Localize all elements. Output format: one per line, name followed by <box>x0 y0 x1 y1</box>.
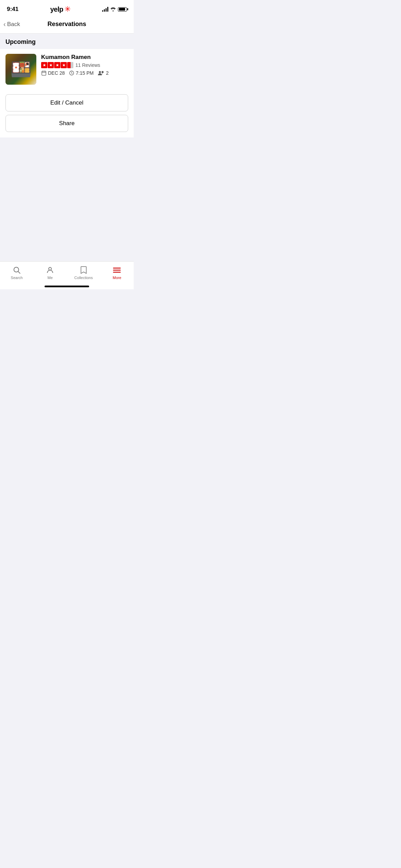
star-half <box>67 62 73 68</box>
edit-cancel-button[interactable]: Edit / Cancel <box>5 94 128 111</box>
people-icon <box>98 70 105 76</box>
restaurant-image <box>5 54 36 85</box>
time-meta: 7:15 PM <box>69 70 94 76</box>
search-icon <box>13 266 21 274</box>
svg-line-8 <box>18 272 20 274</box>
svg-point-7 <box>14 267 19 272</box>
back-button[interactable]: ‹ Back <box>3 20 20 28</box>
collections-icon <box>80 266 87 274</box>
review-count: 11 Reviews <box>75 62 100 68</box>
reservation-meta: DEC 28 7:15 PM 2 <box>41 70 128 76</box>
clock-icon <box>69 70 74 76</box>
tab-more[interactable]: More <box>100 266 134 280</box>
back-arrow-icon: ‹ <box>3 20 6 28</box>
me-icon <box>46 266 54 274</box>
yelp-burst-icon: ✳ <box>64 5 71 14</box>
restaurant-info: Kumamon Ramen ★ ★ ★ ★ 11 Reviews <box>5 54 128 85</box>
rating-row: ★ ★ ★ ★ 11 Reviews <box>41 62 128 68</box>
tab-search[interactable]: Search <box>0 266 34 280</box>
date-value: DEC 28 <box>48 70 65 76</box>
wifi-icon <box>110 7 116 11</box>
restaurant-details: Kumamon Ramen ★ ★ ★ ★ 11 Reviews <box>41 54 128 85</box>
svg-point-9 <box>49 267 51 270</box>
star-4: ★ <box>61 62 67 68</box>
star-3: ★ <box>54 62 60 68</box>
home-indicator <box>45 286 89 287</box>
restaurant-name: Kumamon Ramen <box>41 54 128 61</box>
signal-icon <box>102 7 108 12</box>
party-size: 2 <box>106 70 109 76</box>
battery-icon <box>118 7 127 12</box>
star-1: ★ <box>41 62 47 68</box>
tab-bar: Search Me Collections More <box>0 261 134 289</box>
page-title: Reservations <box>47 21 86 28</box>
date-meta: DEC 28 <box>41 70 65 76</box>
section-title: Upcoming <box>5 38 36 45</box>
share-button[interactable]: Share <box>5 115 128 132</box>
yelp-wordmark: yelp <box>50 5 63 13</box>
collections-tab-label: Collections <box>74 276 93 280</box>
calendar-icon <box>41 70 47 76</box>
upcoming-section-header: Upcoming <box>0 34 134 49</box>
time-value: 7:15 PM <box>76 70 94 76</box>
svg-rect-0 <box>42 71 46 75</box>
more-tab-label: More <box>113 276 121 280</box>
svg-point-5 <box>99 71 101 73</box>
action-buttons: Edit / Cancel Share <box>0 94 134 137</box>
nav-header: ‹ Back Reservations <box>0 16 134 34</box>
food-photo <box>5 54 36 85</box>
status-bar: 9:41 yelp ✳ <box>0 0 134 16</box>
me-tab-label: Me <box>48 276 53 280</box>
status-time: 9:41 <box>7 6 19 13</box>
tab-collections[interactable]: Collections <box>67 266 100 280</box>
reservation-card: Kumamon Ramen ★ ★ ★ ★ 11 Reviews <box>0 49 134 94</box>
star-2: ★ <box>48 62 54 68</box>
more-icon <box>113 266 121 274</box>
status-icons <box>102 7 127 12</box>
tab-me[interactable]: Me <box>34 266 67 280</box>
star-rating: ★ ★ ★ ★ <box>41 62 73 68</box>
party-meta: 2 <box>98 70 109 76</box>
back-label: Back <box>7 21 20 28</box>
status-center: yelp ✳ <box>50 5 71 14</box>
svg-point-6 <box>102 71 104 73</box>
search-tab-label: Search <box>11 276 23 280</box>
